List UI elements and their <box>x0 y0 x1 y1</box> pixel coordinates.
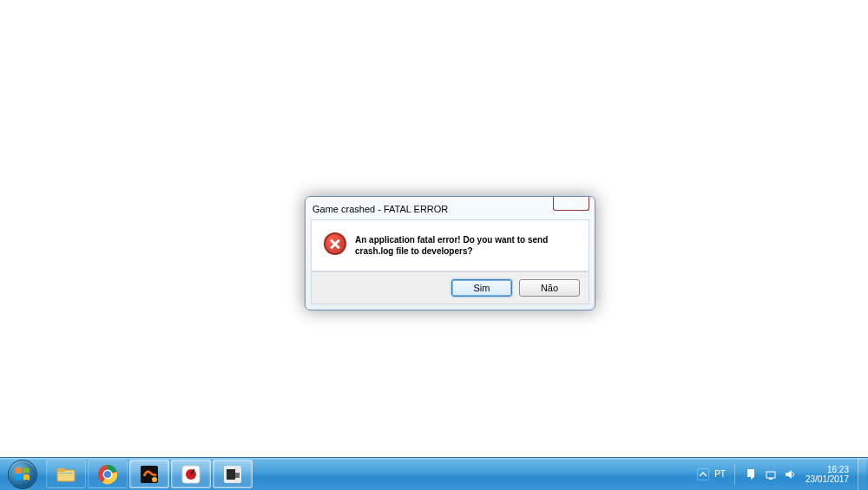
clock-time: 16:23 <box>806 465 849 474</box>
error-dialog: Game crashed - FATAL ERROR An applicatio… <box>305 196 595 310</box>
windows-logo-icon <box>8 460 37 489</box>
record-icon <box>181 464 201 485</box>
action-center-icon[interactable] <box>745 467 759 481</box>
start-button[interactable] <box>0 458 45 490</box>
svg-rect-14 <box>769 478 773 480</box>
show-desktop-button[interactable] <box>858 458 866 490</box>
language-indicator[interactable]: PT <box>714 469 726 479</box>
chevron-up-icon <box>700 472 707 477</box>
svg-rect-1 <box>57 468 65 472</box>
volume-icon[interactable] <box>783 467 797 481</box>
dialog-title: Game crashed - FATAL ERROR <box>312 202 448 216</box>
taskbar-item-explorer[interactable] <box>46 460 86 488</box>
tray-separator <box>734 464 736 485</box>
error-icon <box>324 232 346 255</box>
close-icon <box>567 200 575 207</box>
svg-rect-2 <box>59 473 73 474</box>
close-button[interactable] <box>553 197 589 211</box>
clock-date: 23/01/2017 <box>806 474 849 484</box>
dialog-footer: Sim Não <box>311 271 589 304</box>
svg-point-5 <box>104 471 111 478</box>
app-icon <box>139 464 160 485</box>
no-button[interactable]: Não <box>519 279 580 297</box>
taskbar-item-app3[interactable] <box>129 460 169 488</box>
svg-rect-11 <box>227 469 235 480</box>
chrome-icon <box>97 464 118 485</box>
app-icon <box>222 464 243 485</box>
dialog-titlebar[interactable]: Game crashed - FATAL ERROR <box>311 202 589 219</box>
clock[interactable]: 16:23 23/01/2017 <box>802 465 852 484</box>
system-tray: PT 16:23 23/01/2017 <box>697 458 868 490</box>
svg-rect-12 <box>235 473 240 478</box>
taskbar-item-chrome[interactable] <box>88 460 128 488</box>
taskbar-item-recorder[interactable] <box>171 460 211 488</box>
dialog-message: An application fatal error! Do you want … <box>355 232 578 257</box>
folder-icon <box>56 464 76 485</box>
dialog-body: An application fatal error! Do you want … <box>311 219 589 271</box>
tray-overflow-button[interactable] <box>697 468 709 480</box>
taskbar: PT 16:23 23/01/2017 <box>0 457 868 490</box>
taskbar-item-app5[interactable] <box>213 460 253 488</box>
yes-button[interactable]: Sim <box>451 279 512 297</box>
svg-rect-13 <box>766 472 775 478</box>
svg-point-7 <box>152 477 157 482</box>
network-icon[interactable] <box>764 467 778 481</box>
